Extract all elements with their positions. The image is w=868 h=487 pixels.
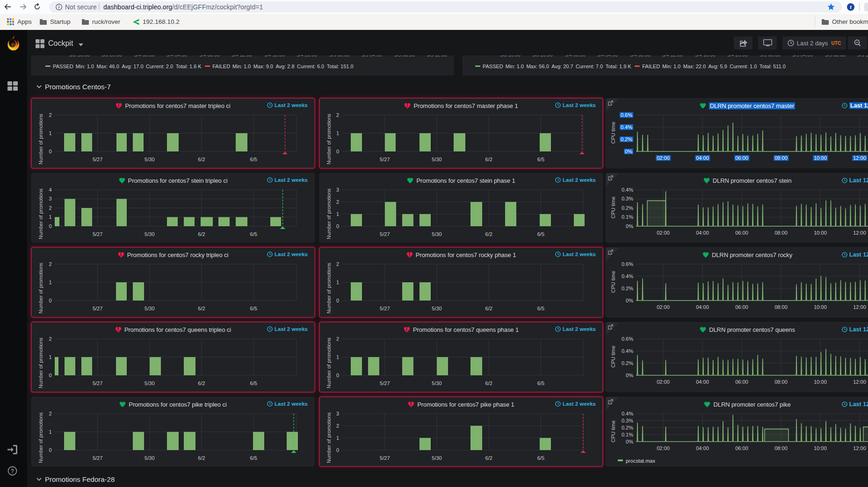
svg-text:f: f bbox=[850, 4, 852, 10]
svg-text:?: ? bbox=[11, 468, 14, 474]
